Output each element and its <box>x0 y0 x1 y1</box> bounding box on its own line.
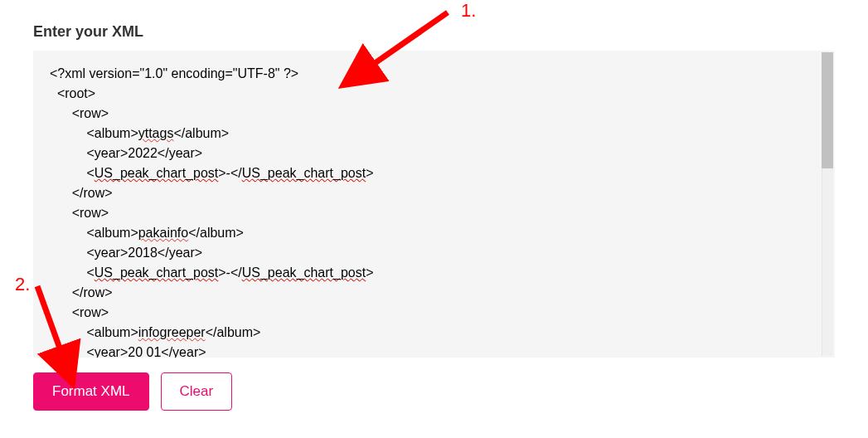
button-row: Format XML Clear <box>33 372 835 411</box>
scrollbar-thumb[interactable] <box>822 52 833 168</box>
xml-textarea-wrap[interactable]: <?xml version="1.0" encoding="UTF-8" ?> … <box>33 51 835 358</box>
xml-textarea[interactable]: <?xml version="1.0" encoding="UTF-8" ?> … <box>33 51 835 358</box>
format-xml-button[interactable]: Format XML <box>33 372 149 411</box>
clear-button[interactable]: Clear <box>161 372 233 411</box>
page-title: Enter your XML <box>33 23 835 41</box>
